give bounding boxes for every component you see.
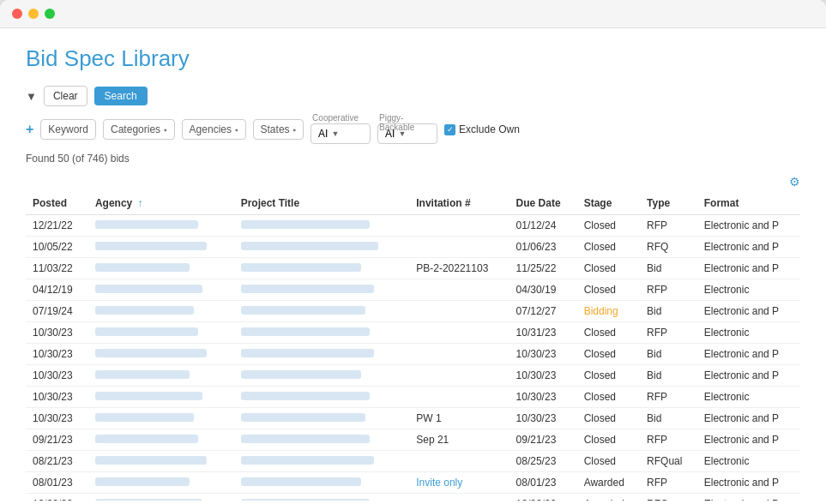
- search-button[interactable]: Search: [94, 87, 148, 105]
- cell-project-title: [234, 387, 410, 408]
- table-row[interactable]: 10/30/2310/30/23ClosedRFPElectronic: [26, 387, 800, 408]
- cell-type: Bid: [640, 258, 697, 279]
- cell-invitation: [409, 279, 509, 301]
- cell-posted: 10/30/23: [26, 408, 88, 429]
- maximize-button[interactable]: [45, 9, 55, 19]
- table-row[interactable]: 10/30/2310/30/23ClosedBidElectronic and …: [26, 365, 800, 387]
- table-row[interactable]: 08/21/2308/25/23ClosedRFQualElectronic: [26, 451, 800, 472]
- cell-type: Bid: [640, 408, 697, 429]
- cell-posted: 11/03/22: [26, 258, 88, 279]
- table-row[interactable]: 07/19/2407/12/27BiddingBidElectronic and…: [26, 301, 800, 322]
- cell-type: RFP: [640, 322, 697, 344]
- table-row[interactable]: 11/03/22PB-2-2022110311/25/22ClosedBidEl…: [26, 258, 800, 279]
- agencies-filter[interactable]: Agencies ▪: [182, 119, 246, 140]
- col-project-title: Project Title: [234, 192, 410, 215]
- cell-posted: 04/12/19: [26, 279, 88, 301]
- col-agency[interactable]: Agency ↑: [88, 192, 234, 215]
- cell-type: Bid: [640, 301, 697, 322]
- cell-invitation: Sep 21: [409, 429, 509, 451]
- cell-format: Electronic and P: [697, 301, 800, 322]
- cell-stage: Closed: [577, 237, 640, 258]
- table-row[interactable]: 08/01/23Invite only08/01/23AwardedRFPEle…: [26, 472, 800, 494]
- cell-invitation: PW 1: [409, 408, 509, 429]
- cell-project-title: [234, 322, 410, 344]
- cell-format: Electronic: [697, 451, 800, 472]
- cell-due-date: 10/30/23: [509, 344, 577, 365]
- categories-filter[interactable]: Categories ▪: [103, 119, 175, 140]
- cell-project-title: [234, 451, 410, 472]
- cell-agency: [88, 322, 234, 344]
- cell-posted: 10/30/23: [26, 387, 88, 408]
- cell-posted: 12/22/22: [26, 494, 88, 501]
- piggy-group: Piggy-Backable AI ▼: [377, 123, 437, 144]
- close-button[interactable]: [12, 9, 22, 19]
- cell-invitation: PB-2-20221103: [409, 258, 509, 279]
- keyword-input[interactable]: Keyword: [40, 119, 96, 140]
- bids-table: Posted Agency ↑ Project Title Invitation…: [26, 192, 800, 501]
- col-invitation: Invitation #: [409, 192, 509, 215]
- cell-invitation: [409, 344, 509, 365]
- cell-due-date: 01/12/24: [509, 215, 577, 237]
- cell-project-title: [234, 344, 410, 365]
- cell-agency: [88, 344, 234, 365]
- cell-format: Electronic and P: [697, 472, 800, 494]
- cooperative-value: AI: [318, 128, 328, 140]
- cell-invitation[interactable]: Invite only: [409, 472, 509, 494]
- cell-agency: [88, 258, 234, 279]
- exclude-own-group: ✓ Exclude Own: [444, 123, 520, 135]
- clear-button[interactable]: Clear: [44, 86, 87, 106]
- exclude-own-checkbox[interactable]: ✓: [444, 124, 455, 135]
- cell-type: RFP: [640, 215, 697, 237]
- add-filter-button[interactable]: +: [26, 122, 33, 137]
- table-row[interactable]: 04/12/1904/30/19ClosedRFPElectronic: [26, 279, 800, 301]
- cell-invitation: [409, 451, 509, 472]
- cell-project-title: [234, 494, 410, 501]
- table-row[interactable]: 10/30/23PW 110/30/23ClosedBidElectronic …: [26, 408, 800, 429]
- cell-type: RFP: [640, 429, 697, 451]
- cell-invitation: [409, 301, 509, 322]
- cell-agency: [88, 387, 234, 408]
- cell-type: RFP: [640, 387, 697, 408]
- table-row[interactable]: 10/30/2310/31/23ClosedRFPElectronic: [26, 322, 800, 344]
- exclude-own-label: Exclude Own: [459, 123, 520, 135]
- states-filter[interactable]: States ▪: [253, 119, 304, 140]
- cell-format: Electronic and P: [697, 344, 800, 365]
- col-due-date: Due Date: [509, 192, 577, 215]
- minimize-button[interactable]: [28, 9, 39, 19]
- table-row[interactable]: 12/21/2201/12/24ClosedRFPElectronic and …: [26, 215, 800, 237]
- cell-format: Electronic and P: [697, 237, 800, 258]
- cell-stage: Awarded: [577, 472, 640, 494]
- cell-format: Electronic and P: [697, 408, 800, 429]
- cell-format: Electronic: [697, 387, 800, 408]
- collapse-button[interactable]: ▼: [26, 90, 37, 103]
- table-row[interactable]: 10/30/2310/30/23ClosedBidElectronic and …: [26, 344, 800, 365]
- cell-posted: 10/30/23: [26, 365, 88, 387]
- cell-type: Bid: [640, 344, 697, 365]
- states-icon: ▪: [293, 125, 297, 135]
- cell-agency: [88, 215, 234, 237]
- cell-type: RFP: [640, 472, 697, 494]
- cell-agency: [88, 279, 234, 301]
- cell-type: Bid: [640, 365, 697, 387]
- cooperative-group: Cooperative AI ▼: [311, 123, 371, 144]
- table-container: Posted Agency ↑ Project Title Invitation…: [26, 192, 800, 501]
- table-row[interactable]: 09/21/23Sep 2109/21/23ClosedRFPElectroni…: [26, 429, 800, 451]
- cell-agency: [88, 365, 234, 387]
- search-bar: ▼ Clear Search: [26, 86, 800, 106]
- cell-stage: Closed: [577, 387, 640, 408]
- cell-format: Electronic: [697, 279, 800, 301]
- cell-due-date: 08/01/23: [509, 472, 577, 494]
- cell-stage: Closed: [577, 322, 640, 344]
- main-content: Bid Spec Library ▼ Clear Search + Keywor…: [0, 28, 826, 504]
- cell-agency: [88, 408, 234, 429]
- cell-agency: [88, 429, 234, 451]
- cooperative-select[interactable]: AI ▼: [311, 123, 371, 144]
- filter-row: + Keyword Categories ▪ Agencies ▪ States…: [26, 115, 800, 144]
- cell-project-title: [234, 429, 410, 451]
- cell-agency: [88, 237, 234, 258]
- cell-type: RFQ: [640, 494, 697, 501]
- cell-agency: [88, 472, 234, 494]
- table-row[interactable]: 12/22/2212/22/22AwardedRFQElectronic and…: [26, 494, 800, 501]
- table-row[interactable]: 10/05/2201/06/23ClosedRFQElectronic and …: [26, 237, 800, 258]
- settings-icon[interactable]: ⚙: [789, 175, 800, 189]
